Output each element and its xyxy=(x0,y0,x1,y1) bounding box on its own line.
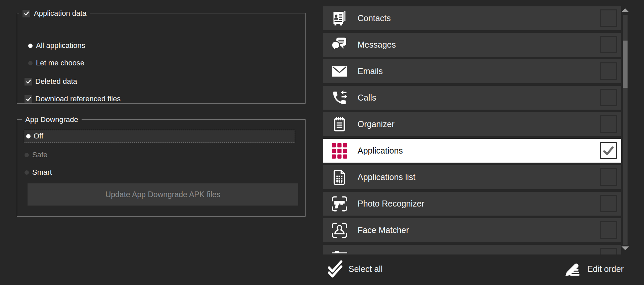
check-icon xyxy=(602,144,615,157)
scrollbar xyxy=(622,6,629,254)
checkbox-label: Download referenced files xyxy=(35,95,121,103)
check-icon xyxy=(26,96,32,102)
radio-off[interactable]: Off xyxy=(24,130,295,142)
radio-dot xyxy=(26,134,31,138)
applications-list-icon xyxy=(331,169,348,186)
application-data-label: Application data xyxy=(34,9,87,18)
radio-label: Off xyxy=(34,132,43,140)
radio-dot xyxy=(25,153,29,157)
scrollbar-up-arrow[interactable] xyxy=(622,8,629,12)
messages-icon xyxy=(331,37,348,53)
list-item[interactable]: Calls xyxy=(323,86,621,110)
partial-item-icon xyxy=(331,248,348,254)
list-item-label: Photo Recognizer xyxy=(358,192,424,216)
select-all-button[interactable]: Select all xyxy=(327,260,382,278)
list-item-label: Applications list xyxy=(358,165,415,189)
list-item[interactable]: Organizer xyxy=(323,112,621,136)
radio-safe[interactable]: Safe xyxy=(25,151,47,159)
deleted-data-checkbox[interactable] xyxy=(25,78,32,86)
photo-recognizer-icon xyxy=(331,195,348,212)
list-item-label: Contacts xyxy=(358,6,391,30)
radio-label: Smart xyxy=(32,168,52,177)
scrollbar-thumb[interactable] xyxy=(623,41,628,88)
list-item-checkbox[interactable] xyxy=(600,221,617,239)
list-item[interactable]: Face Matcher xyxy=(323,218,621,242)
checkbox-download-referenced-files[interactable]: Download referenced files xyxy=(25,95,121,103)
select-all-label: Select all xyxy=(349,264,382,274)
select-all-icon xyxy=(327,260,343,278)
list-item-checkbox[interactable] xyxy=(600,248,617,254)
list-item[interactable]: Emails xyxy=(323,59,621,83)
organizer-icon xyxy=(331,116,348,133)
list-item[interactable] xyxy=(323,245,621,254)
list-item-label: Organizer xyxy=(358,112,395,136)
app-downgrade-group: App Downgrade Off Safe Smart Update App … xyxy=(17,119,306,217)
calls-icon xyxy=(331,90,348,106)
radio-all-applications[interactable]: All applications xyxy=(28,41,85,50)
radio-label: Let me choose xyxy=(36,59,84,67)
checkbox-deleted-data[interactable]: Deleted data xyxy=(25,77,77,86)
list-item-label: Messages xyxy=(358,33,396,57)
list-item[interactable]: Contacts xyxy=(323,6,621,30)
radio-dot xyxy=(25,170,29,175)
list-item-checkbox[interactable] xyxy=(600,142,617,159)
list-item-checkbox[interactable] xyxy=(600,195,617,212)
application-data-checkbox[interactable] xyxy=(22,10,30,17)
list-item-checkbox[interactable] xyxy=(600,36,617,53)
list-item-checkbox[interactable] xyxy=(600,62,617,80)
radio-let-me-choose[interactable]: Let me choose xyxy=(28,59,84,67)
list-item[interactable]: Messages xyxy=(323,33,621,57)
list-item-checkbox[interactable] xyxy=(600,9,617,27)
radio-smart[interactable]: Smart xyxy=(25,168,52,177)
scrollbar-down-arrow[interactable] xyxy=(622,246,629,250)
check-icon xyxy=(26,78,32,84)
list-item[interactable]: Applications list xyxy=(323,165,621,189)
radio-dot xyxy=(28,61,33,65)
application-data-group: Application data All applications Let me… xyxy=(17,13,306,104)
check-icon xyxy=(24,10,30,16)
app-downgrade-legend: App Downgrade xyxy=(22,115,82,124)
radio-label: Safe xyxy=(32,151,47,159)
category-list: Contacts Messages Emails Calls Organizer… xyxy=(323,6,621,254)
update-app-downgrade-button[interactable]: Update App Downgrade APK files xyxy=(28,183,298,206)
list-item-checkbox[interactable] xyxy=(600,168,617,186)
download-referenced-files-checkbox[interactable] xyxy=(25,95,32,103)
edit-order-button[interactable]: Edit order xyxy=(564,261,624,277)
list-item-label: Calls xyxy=(358,86,376,110)
list-item-checkbox[interactable] xyxy=(600,89,617,106)
radio-label: All applications xyxy=(36,41,85,50)
edit-order-label: Edit order xyxy=(587,264,624,274)
applications-icon xyxy=(331,142,348,159)
list-item-checkbox[interactable] xyxy=(600,115,617,133)
face-matcher-icon xyxy=(331,222,348,239)
application-data-legend[interactable]: Application data xyxy=(19,9,90,18)
edit-order-icon xyxy=(564,261,582,277)
radio-dot xyxy=(28,44,33,48)
list-item-label: Applications xyxy=(358,139,403,163)
list-item-label: Emails xyxy=(358,59,383,83)
list-item[interactable]: Photo Recognizer xyxy=(323,192,621,216)
contacts-icon xyxy=(331,10,348,27)
emails-icon xyxy=(331,63,348,80)
checkbox-label: Deleted data xyxy=(35,77,77,86)
list-item-label: Face Matcher xyxy=(358,218,409,242)
app-downgrade-label: App Downgrade xyxy=(25,115,78,124)
list-item[interactable]: Applications xyxy=(323,139,621,163)
